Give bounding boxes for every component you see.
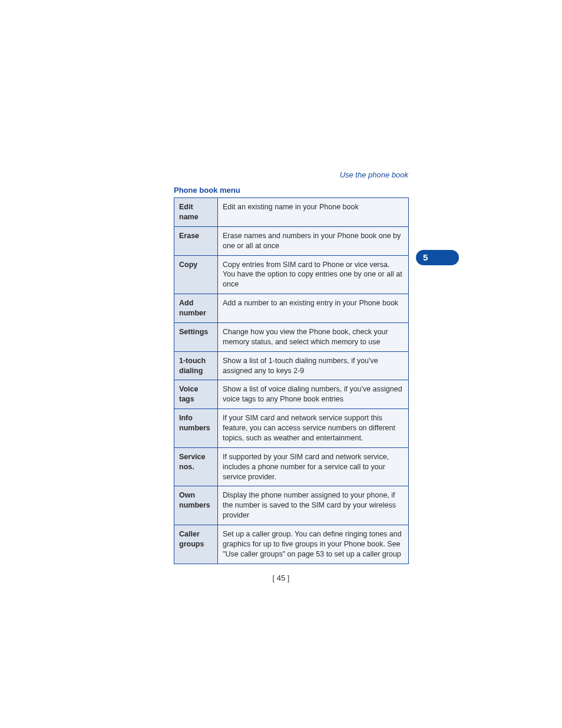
page-number: [ 45 ] xyxy=(0,574,562,582)
table-row: Info numbers If your SIM card and networ… xyxy=(174,409,409,448)
menu-item-desc: If supported by your SIM card and networ… xyxy=(218,447,409,486)
page: Use the phone book Phone book menu Edit … xyxy=(0,0,562,728)
table-row: 1-touch dialing Show a list of 1-touch d… xyxy=(174,351,409,380)
section-title: Phone book menu xyxy=(174,186,240,195)
menu-item-name: Settings xyxy=(174,322,218,351)
menu-item-name: Add number xyxy=(174,294,218,323)
table-row: Service nos. If supported by your SIM ca… xyxy=(174,447,409,486)
menu-item-name: Edit name xyxy=(174,198,218,227)
menu-item-desc: Copy entries from SIM card to Phone or v… xyxy=(218,255,409,294)
table-row: Settings Change how you view the Phone b… xyxy=(174,322,409,351)
menu-item-desc: Display the phone number assigned to you… xyxy=(218,486,409,525)
menu-item-name: Own numbers xyxy=(174,486,218,525)
table-row: Copy Copy entries from SIM card to Phone… xyxy=(174,255,409,294)
phone-book-menu-table: Edit name Edit an existing name in your … xyxy=(174,197,409,564)
table-row: Edit name Edit an existing name in your … xyxy=(174,198,409,227)
menu-item-name: Service nos. xyxy=(174,447,218,486)
menu-item-desc: Erase names and numbers in your Phone bo… xyxy=(218,226,409,255)
menu-item-desc: Edit an existing name in your Phone book xyxy=(218,198,409,227)
table-row: Own numbers Display the phone number ass… xyxy=(174,486,409,525)
menu-item-desc: Add a number to an existing entry in you… xyxy=(218,294,409,323)
table-row: Erase Erase names and numbers in your Ph… xyxy=(174,226,409,255)
menu-item-desc: If your SIM card and network service sup… xyxy=(218,409,409,448)
menu-item-desc: Change how you view the Phone book, chec… xyxy=(218,322,409,351)
menu-item-name: Voice tags xyxy=(174,380,218,409)
menu-item-name: Caller groups xyxy=(174,525,218,564)
table-row: Add number Add a number to an existing e… xyxy=(174,294,409,323)
header-link[interactable]: Use the phone book xyxy=(340,170,408,179)
table-row: Caller groups Set up a caller group. You… xyxy=(174,525,409,564)
menu-item-desc: Show a list of 1-touch dialing numbers, … xyxy=(218,351,409,380)
menu-item-name: Erase xyxy=(174,226,218,255)
menu-item-desc: Set up a caller group. You can define ri… xyxy=(218,525,409,564)
menu-item-desc: Show a list of voice dialing numbers, if… xyxy=(218,380,409,409)
menu-item-name: 1-touch dialing xyxy=(174,351,218,380)
table-row: Voice tags Show a list of voice dialing … xyxy=(174,380,409,409)
menu-item-name: Copy xyxy=(174,255,218,294)
menu-item-name: Info numbers xyxy=(174,409,218,448)
chapter-tab: 5 xyxy=(416,250,459,265)
